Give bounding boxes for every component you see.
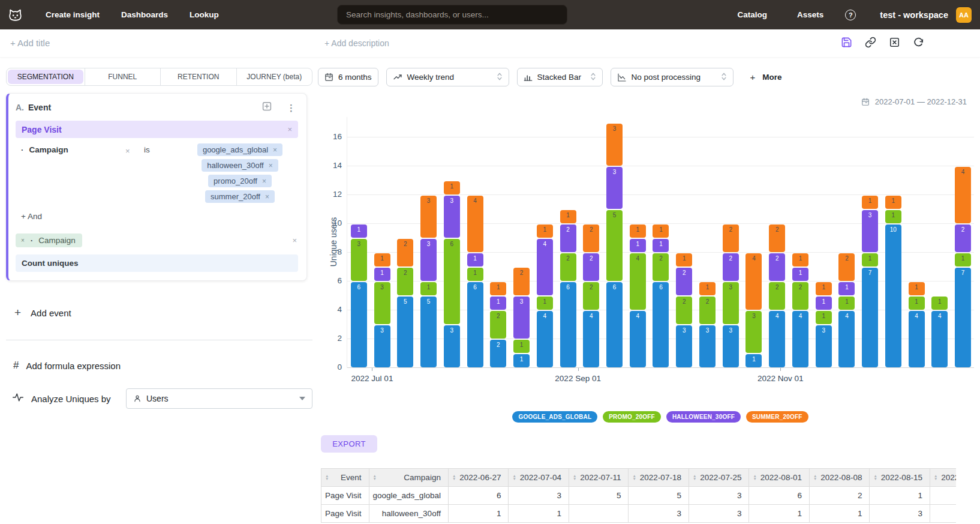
bar-segment[interactable]: 4: [537, 311, 553, 367]
bar-segment[interactable]: 10: [885, 224, 901, 367]
bar-segment[interactable]: 1: [653, 224, 669, 238]
bar-segment[interactable]: 2: [769, 253, 785, 281]
bar-segment[interactable]: 2: [560, 224, 576, 252]
nav-item-catalog[interactable]: Catalog: [738, 10, 768, 19]
bar-segment[interactable]: 1: [838, 282, 855, 295]
bar-segment[interactable]: 1: [909, 297, 925, 310]
bar-segment[interactable]: 1: [467, 253, 483, 267]
workspace-name[interactable]: test - workspace: [880, 10, 948, 20]
bar-segment[interactable]: 2: [955, 224, 971, 252]
tab-segmentation[interactable]: SEGMENTATION: [8, 70, 83, 84]
link-icon[interactable]: [865, 37, 876, 48]
bar-segment[interactable]: 1: [420, 282, 437, 295]
analyze-by-select[interactable]: Users: [126, 388, 312, 409]
sort-icon[interactable]: ▲▼: [512, 475, 516, 480]
bar-segment[interactable]: 3: [723, 325, 739, 367]
bar-segment[interactable]: 4: [909, 311, 925, 367]
close-box-icon[interactable]: [889, 37, 900, 48]
bar-segment[interactable]: 4: [838, 311, 855, 367]
bar-segment[interactable]: 4: [630, 311, 646, 367]
bar-segment[interactable]: 1: [351, 224, 367, 238]
legend-pill[interactable]: GOOGLE_ADS_GLOBAL: [512, 411, 597, 423]
remove-value-icon[interactable]: ×: [262, 177, 266, 185]
bar-segment[interactable]: 2: [490, 311, 506, 339]
bar-segment[interactable]: 1: [374, 253, 390, 267]
legend-pill[interactable]: PROMO_20OFF: [603, 411, 661, 423]
remove-event-icon[interactable]: ×: [287, 125, 292, 134]
aggregation-selector[interactable]: Count uniques: [16, 254, 298, 272]
bar-segment[interactable]: 6: [653, 282, 669, 367]
bar-segment[interactable]: 3: [444, 196, 460, 238]
tab-funnel[interactable]: FUNNEL: [85, 68, 161, 85]
bar-segment[interactable]: 3: [351, 239, 367, 281]
save-icon[interactable]: [841, 37, 852, 48]
filter-value-chip[interactable]: halloween_30off×: [202, 159, 278, 172]
nav-item-assets[interactable]: Assets: [797, 10, 823, 19]
bar-segment[interactable]: 1: [931, 297, 948, 310]
post-processing-select[interactable]: No post processing: [611, 68, 734, 86]
bar-segment[interactable]: 2: [583, 224, 599, 252]
bar-segment[interactable]: 2: [792, 282, 808, 310]
add-description-button[interactable]: + Add description: [324, 38, 389, 48]
bar-segment[interactable]: 2: [723, 253, 739, 281]
bar-segment[interactable]: 3: [374, 325, 390, 367]
more-button[interactable]: + More: [750, 72, 782, 82]
filter-operator[interactable]: is: [139, 143, 182, 154]
nav-item-lookup[interactable]: Lookup: [190, 10, 219, 19]
avatar[interactable]: AA: [956, 7, 972, 23]
bar-segment[interactable]: 1: [537, 224, 553, 238]
bar-segment[interactable]: 1: [513, 340, 530, 353]
search-input[interactable]: [337, 5, 567, 25]
bar-segment[interactable]: 6: [560, 282, 576, 367]
bar-segment[interactable]: 2: [653, 253, 669, 281]
nav-item-create-insight[interactable]: Create insight: [46, 10, 100, 19]
bar-segment[interactable]: 3: [513, 297, 530, 339]
bar-segment[interactable]: 1: [490, 282, 506, 295]
bar-segment[interactable]: 3: [374, 282, 390, 324]
bar-segment[interactable]: 7: [862, 268, 878, 367]
tab-retention[interactable]: RETENTION: [160, 68, 236, 85]
bar-segment[interactable]: 6: [351, 282, 367, 367]
remove-value-icon[interactable]: ×: [269, 161, 273, 170]
bar-segment[interactable]: 1: [444, 181, 460, 194]
filter-value-chip[interactable]: summer_20off×: [205, 190, 275, 203]
bar-segment[interactable]: 5: [606, 210, 623, 281]
bar-segment[interactable]: 2: [490, 340, 506, 367]
bar-segment[interactable]: 1: [816, 297, 832, 310]
bar-segment[interactable]: 1: [862, 196, 878, 209]
sort-icon[interactable]: ▲▼: [813, 475, 817, 480]
remove-value-icon[interactable]: ×: [265, 193, 269, 201]
bar-segment[interactable]: 3: [699, 325, 716, 367]
bar-segment[interactable]: 1: [630, 224, 646, 238]
bar-segment[interactable]: 2: [769, 282, 785, 310]
sort-icon[interactable]: ▲▼: [753, 475, 756, 480]
bar-segment[interactable]: 1: [467, 268, 483, 281]
bar-segment[interactable]: 4: [583, 311, 599, 367]
bar-segment[interactable]: 4: [467, 196, 483, 252]
bar-segment[interactable]: 3: [816, 325, 832, 367]
legend-pill[interactable]: SUMMER_20OFF: [746, 411, 808, 423]
bar-segment[interactable]: 4: [537, 239, 553, 295]
bar-segment[interactable]: 6: [606, 282, 623, 367]
help-icon[interactable]: ?: [845, 10, 856, 20]
bar-segment[interactable]: 1: [490, 297, 506, 310]
bar-segment[interactable]: 3: [420, 239, 437, 281]
bar-segment[interactable]: 3: [420, 196, 437, 238]
bar-segment[interactable]: 1: [955, 253, 971, 267]
add-and-condition[interactable]: + And: [16, 212, 298, 221]
bar-segment[interactable]: 4: [630, 253, 646, 310]
bar-segment[interactable]: 2: [699, 297, 716, 324]
bar-segment[interactable]: 6: [467, 282, 483, 367]
event-selector[interactable]: Page Visit ×: [16, 121, 298, 138]
add-title-button[interactable]: + Add title: [10, 38, 50, 48]
bar-segment[interactable]: 1: [560, 210, 576, 223]
bar-segment[interactable]: 4: [931, 311, 948, 367]
bar-segment[interactable]: 4: [769, 311, 785, 367]
bar-segment[interactable]: 1: [653, 239, 669, 252]
sort-icon[interactable]: ▲▼: [452, 475, 456, 480]
sort-icon[interactable]: ▲▼: [873, 475, 877, 480]
bar-segment[interactable]: 3: [723, 282, 739, 324]
bar-segment[interactable]: 1: [885, 210, 901, 223]
sort-icon[interactable]: ▲▼: [573, 475, 576, 480]
remove-breakdown-icon[interactable]: ×: [21, 237, 25, 244]
